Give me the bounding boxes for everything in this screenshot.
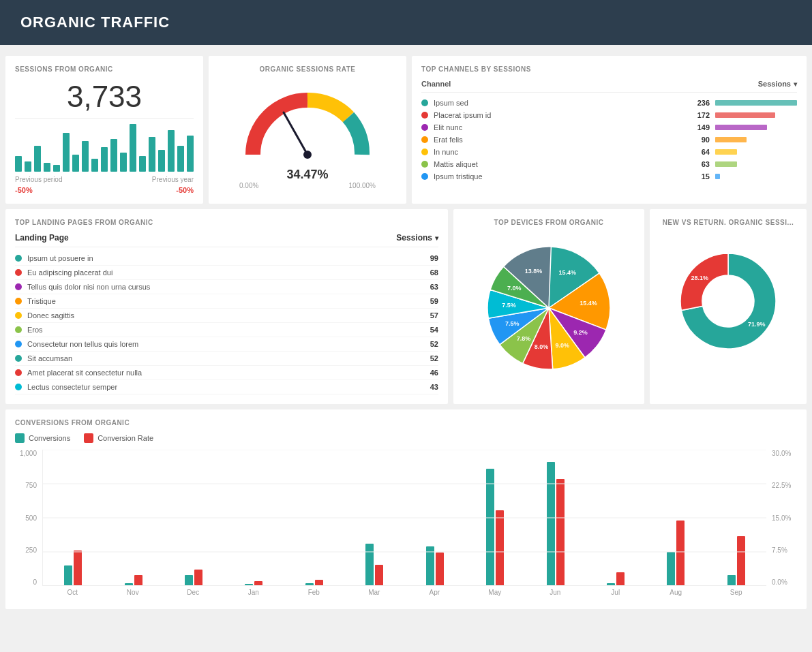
month-group <box>224 581 284 585</box>
return-donut: 71.9%28.1% <box>674 247 783 356</box>
landing-sessions: 43 <box>430 383 438 391</box>
conv-bar <box>426 546 434 585</box>
landing-dot <box>15 312 22 319</box>
sessions-prev-year: Previous year <box>152 176 194 183</box>
conv-bar <box>245 584 253 585</box>
month-group <box>586 572 646 585</box>
gauge-visual <box>239 87 376 165</box>
x-label: Jul <box>586 586 646 596</box>
landing-card: TOP LANDING PAGES FROM ORGANIC Landing P… <box>5 209 448 404</box>
rate-bar <box>616 572 625 585</box>
channels-col-sessions[interactable]: Sessions ▾ <box>758 80 797 88</box>
channel-row: In nunc 64 <box>421 146 797 158</box>
landing-header: Landing Page Sessions ▾ <box>15 233 438 247</box>
svg-text:7.5%: 7.5% <box>505 320 520 327</box>
month-group <box>646 521 706 585</box>
y-label-right: 30.0% <box>772 450 791 457</box>
channel-bar-wrap <box>715 174 797 179</box>
sessions-title: SESSIONS FROM ORGANIC <box>15 65 194 73</box>
channel-bar-wrap <box>715 137 797 142</box>
channel-dot <box>421 136 428 143</box>
channel-sessions: 64 <box>689 148 710 156</box>
middle-row: TOP LANDING PAGES FROM ORGANIC Landing P… <box>5 209 807 404</box>
svg-text:15.4%: 15.4% <box>580 300 597 307</box>
conv-y-axis-right: 30.0%22.5%15.0%7.5%0.0% <box>766 450 797 586</box>
channel-row: Elit nunc 149 <box>421 121 797 134</box>
channel-bar <box>715 137 747 142</box>
session-bar <box>120 153 127 172</box>
rate-bar <box>315 580 323 585</box>
landing-dot <box>15 355 22 362</box>
landing-name: Amet placerat sit consectetur nulla <box>27 369 430 377</box>
return-card: NEW VS RETURN. ORGANIC SESSI... 71.9%28.… <box>650 209 807 404</box>
landing-row: Lectus consectetur semper 43 <box>15 380 438 394</box>
month-group <box>405 546 465 585</box>
y-label: 250 <box>25 546 37 554</box>
landing-list: Ipsum ut posuere in 99 Eu adipiscing pla… <box>15 251 438 394</box>
x-label: May <box>465 586 526 596</box>
svg-text:7.0%: 7.0% <box>507 285 522 292</box>
svg-line-0 <box>284 112 307 155</box>
channel-row: Placerat ipsum id 172 <box>421 109 797 121</box>
channel-sessions: 236 <box>689 99 710 107</box>
channel-name: Elit nunc <box>434 123 689 131</box>
landing-sessions: 54 <box>430 326 438 334</box>
landing-row: Ipsum ut posuere in 99 <box>15 251 438 266</box>
landing-name: Tristique <box>27 297 430 305</box>
gauge-max: 100.00% <box>349 182 376 189</box>
channel-dot <box>421 173 428 180</box>
channel-bar <box>715 100 797 106</box>
sessions-prev-period: Previous period <box>15 176 62 183</box>
y-label: 1,000 <box>20 450 37 457</box>
svg-text:9.2%: 9.2% <box>573 329 588 336</box>
landing-dot <box>15 341 22 347</box>
svg-text:15.4%: 15.4% <box>558 269 576 276</box>
sessions-value: 3,733 <box>15 80 194 114</box>
rate-bar <box>556 479 565 585</box>
x-label: Sep <box>706 586 767 596</box>
conversions-card: CONVERSIONS FROM ORGANIC ConversionsConv… <box>5 409 807 609</box>
conv-bar <box>727 575 736 585</box>
month-group <box>525 462 585 585</box>
x-label: Oct <box>42 586 103 596</box>
sessions-bar-chart <box>15 124 194 172</box>
legend-box <box>15 433 25 443</box>
conv-bar <box>667 552 675 585</box>
svg-point-1 <box>303 151 312 159</box>
landing-sessions: 52 <box>430 340 438 348</box>
y-label-right: 7.5% <box>772 546 787 554</box>
legend-item: Conversion Rate <box>84 433 153 443</box>
x-label: Mar <box>344 586 405 596</box>
landing-sessions: 63 <box>430 283 438 291</box>
month-group <box>164 570 224 585</box>
y-label: 750 <box>25 482 37 489</box>
svg-text:8.0%: 8.0% <box>535 343 549 350</box>
channel-bar-wrap <box>715 112 797 118</box>
landing-dot <box>15 298 22 305</box>
conv-bar <box>486 469 494 585</box>
month-group <box>465 469 525 585</box>
conv-bar <box>547 462 555 585</box>
session-bar <box>34 146 41 172</box>
channel-name: Ipsum sed <box>434 99 689 107</box>
gauge-min: 0.00% <box>239 182 258 189</box>
channel-row: Erat felis 90 <box>421 134 797 146</box>
svg-text:9.0%: 9.0% <box>556 342 570 349</box>
channel-dot <box>421 124 428 131</box>
landing-col-sessions[interactable]: Sessions ▾ <box>396 233 438 243</box>
landing-name: Lectus consectetur semper <box>27 383 430 391</box>
landing-row: Tristique 59 <box>15 294 438 309</box>
conv-legend: ConversionsConversion Rate <box>15 433 797 443</box>
bottom-row: CONVERSIONS FROM ORGANIC ConversionsConv… <box>5 409 807 609</box>
return-title: NEW VS RETURN. ORGANIC SESSI... <box>663 219 794 226</box>
channel-bar-wrap <box>715 125 797 130</box>
channel-sessions: 63 <box>689 160 710 168</box>
legend-label: Conversion Rate <box>97 434 153 442</box>
sessions-card: SESSIONS FROM ORGANIC 3,733 Previous per… <box>5 56 203 204</box>
x-label: Jun <box>525 586 586 596</box>
session-bar <box>63 133 70 172</box>
conv-bar <box>607 583 615 585</box>
channel-row: Mattis aliquet 63 <box>421 158 797 170</box>
conv-bar <box>365 544 374 585</box>
landing-name: Donec sagittis <box>27 311 430 320</box>
